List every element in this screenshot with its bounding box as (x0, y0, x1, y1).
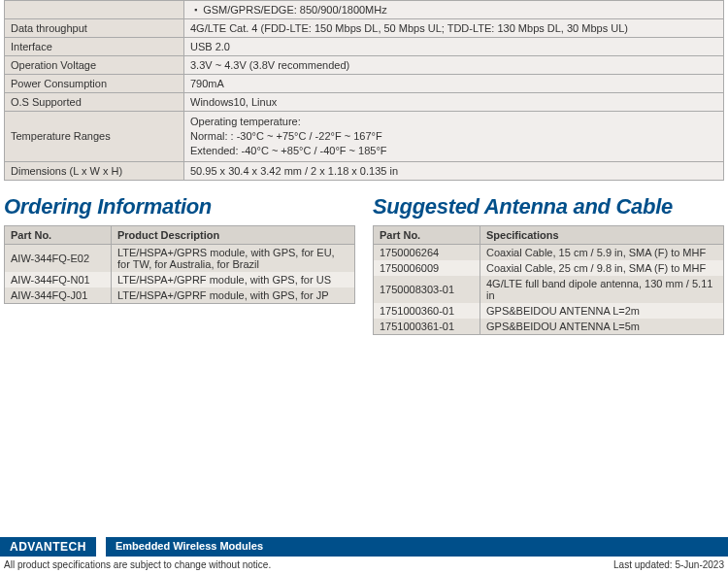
table-row: 1751000361-01GPS&BEIDOU ANTENNA L=5m (374, 319, 724, 335)
spec-value: Operating temperature:Normal: : -30°C ~ … (184, 112, 724, 162)
spec-row: GSM/GPRS/EDGE: 850/900/1800MHz (5, 1, 724, 19)
spec-value: 50.95 x 30.4 x 3.42 mm / 2 x 1.18 x 0.13… (184, 161, 724, 180)
ordering-table: Part No. Product Description AIW-344FQ-E… (4, 225, 355, 304)
ordering-title: Ordering Information (4, 194, 355, 219)
spec-value: GSM/GPRS/EDGE: 850/900/1800MHz (184, 1, 724, 19)
ordering-pn: AIW-344FQ-E02 (5, 244, 112, 272)
spec-label: O.S Supported (5, 93, 184, 112)
spec-table: GSM/GPRS/EDGE: 850/900/1800MHzData throu… (4, 0, 724, 181)
ordering-desc: LTE/HSPA+/GPRF module, with GPS, for US (112, 272, 355, 287)
antenna-title: Suggested Antenna and Cable (373, 194, 724, 219)
table-row: 1750006264Coaxial Cable, 15 cm / 5.9 in,… (374, 244, 724, 260)
antenna-header-spec: Specifications (480, 225, 724, 244)
spec-label (5, 1, 184, 19)
antenna-spec: 4G/LTE full band dipole antenna, 130 mm … (480, 276, 724, 303)
antenna-pn: 1750006264 (374, 244, 480, 260)
antenna-pn: 1751000361-01 (374, 319, 480, 335)
spec-bullet: GSM/GPRS/EDGE: 850/900/1800MHz (194, 4, 717, 16)
spec-label: Operation Voltage (5, 56, 184, 75)
ordering-header-desc: Product Description (112, 225, 355, 244)
ordering-desc: LTE/HSPA+/GPRS module, with GPS, for EU,… (112, 244, 355, 272)
spec-row: Power Consumption790mA (5, 75, 724, 93)
table-row: AIW-344FQ-J01LTE/HSPA+/GPRF module, with… (5, 287, 355, 304)
brand-logo: ADVANTECH (0, 537, 96, 557)
table-row: 1751000360-01GPS&BEIDOU ANTENNA L=2m (374, 303, 724, 319)
antenna-header-pn: Part No. (374, 225, 480, 244)
table-row: AIW-344FQ-N01LTE/HSPA+/GPRF module, with… (5, 272, 355, 287)
spec-value: 3.3V ~ 4.3V (3.8V recommended) (184, 56, 724, 75)
antenna-spec: Coaxial Cable, 25 cm / 9.8 in, SMA (F) t… (480, 260, 724, 276)
spec-label: Dimensions (L x W x H) (5, 161, 184, 180)
table-row: 1750006009Coaxial Cable, 25 cm / 9.8 in,… (374, 260, 724, 276)
footer-disclaimer: All product specifications are subject t… (4, 559, 271, 570)
spec-label: Temperature Ranges (5, 112, 184, 162)
ordering-header-pn: Part No. (5, 225, 112, 244)
ordering-pn: AIW-344FQ-J01 (5, 287, 112, 304)
spec-value: 4G/LTE Cat. 4 (FDD-LTE: 150 Mbps DL, 50 … (184, 19, 724, 38)
spec-row: Operation Voltage3.3V ~ 4.3V (3.8V recom… (5, 56, 724, 75)
ordering-desc: LTE/HSPA+/GPRF module, with GPS, for JP (112, 287, 355, 304)
spec-value: USB 2.0 (184, 38, 724, 56)
ordering-pn: AIW-344FQ-N01 (5, 272, 112, 287)
footer-updated: Last updated: 5-Jun-2023 (613, 559, 724, 570)
spec-row: Data throughput4G/LTE Cat. 4 (FDD-LTE: 1… (5, 19, 724, 38)
table-row: AIW-344FQ-E02LTE/HSPA+/GPRS module, with… (5, 244, 355, 272)
footer: ADVANTECH Embedded Wireless Modules All … (0, 537, 728, 574)
antenna-table: Part No. Specifications 1750006264Coaxia… (373, 225, 724, 335)
antenna-pn: 1750006009 (374, 260, 480, 276)
antenna-pn: 1750008303-01 (374, 276, 480, 303)
spec-value: 790mA (184, 75, 724, 93)
spec-row: InterfaceUSB 2.0 (5, 38, 724, 56)
spec-value: Windows10, Linux (184, 93, 724, 112)
spec-row: Temperature RangesOperating temperature:… (5, 112, 724, 162)
antenna-pn: 1751000360-01 (374, 303, 480, 319)
spec-label: Interface (5, 38, 184, 56)
spec-label: Power Consumption (5, 75, 184, 93)
spec-row: O.S SupportedWindows10, Linux (5, 93, 724, 112)
spec-table-body: GSM/GPRS/EDGE: 850/900/1800MHzData throu… (5, 1, 724, 181)
spec-label: Data throughput (5, 19, 184, 38)
antenna-spec: Coaxial Cable, 15 cm / 5.9 in, SMA (F) t… (480, 244, 724, 260)
antenna-spec: GPS&BEIDOU ANTENNA L=2m (480, 303, 724, 319)
antenna-body: 1750006264Coaxial Cable, 15 cm / 5.9 in,… (374, 244, 724, 334)
antenna-spec: GPS&BEIDOU ANTENNA L=5m (480, 319, 724, 335)
table-row: 1750008303-014G/LTE full band dipole ant… (374, 276, 724, 303)
ordering-body: AIW-344FQ-E02LTE/HSPA+/GPRS module, with… (5, 244, 355, 303)
footer-category: Embedded Wireless Modules (106, 537, 728, 557)
spec-row: Dimensions (L x W x H)50.95 x 30.4 x 3.4… (5, 161, 724, 180)
